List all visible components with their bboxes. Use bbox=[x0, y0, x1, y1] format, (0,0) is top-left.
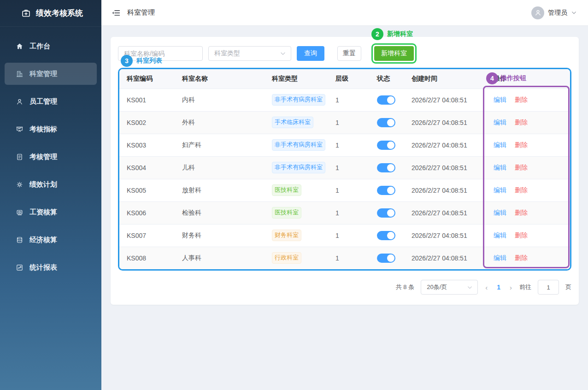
menu-fold-icon[interactable] bbox=[111, 8, 121, 18]
search-toolbar: 科室类型 查询 重置 新增科室 bbox=[118, 46, 571, 61]
status-toggle[interactable] bbox=[377, 231, 395, 240]
type-select[interactable]: 科室类型 bbox=[208, 46, 291, 61]
sidebar-item-assessment-mgmt[interactable]: 考核管理 bbox=[5, 146, 97, 168]
search-input[interactable] bbox=[118, 46, 203, 61]
department-type-tag: 非手术有病房科室 bbox=[272, 162, 325, 173]
cell-department-code: KS008 bbox=[119, 247, 175, 269]
edit-link[interactable]: 编辑 bbox=[494, 118, 506, 126]
delete-link[interactable]: 删除 bbox=[515, 96, 528, 103]
cell-status bbox=[370, 201, 404, 224]
delete-link[interactable]: 删除 bbox=[515, 231, 528, 239]
sidebar-item-employee-mgmt[interactable]: 员工管理 bbox=[5, 90, 97, 112]
table-header-row: 科室编码科室名称科室类型层级状态创建时间操作 bbox=[119, 69, 570, 89]
edit-link[interactable]: 编辑 bbox=[494, 186, 506, 194]
cell-department-type: 财务科室 bbox=[265, 224, 328, 247]
prev-page-icon[interactable]: ‹ bbox=[484, 284, 488, 291]
sidebar-item-statistic-reports[interactable]: 统计报表 bbox=[5, 256, 97, 278]
department-type-tag: 行政科室 bbox=[272, 252, 301, 264]
sidebar-item-label: 工资核算 bbox=[29, 208, 57, 217]
query-button[interactable]: 查询 bbox=[297, 46, 324, 61]
sidebar-item-label: 统计报表 bbox=[29, 263, 57, 272]
medkit-icon bbox=[21, 8, 31, 18]
status-toggle[interactable] bbox=[377, 163, 395, 172]
cell-created-time: 2026/2/27 04:08:51 bbox=[404, 156, 486, 179]
cell-department-code: KS003 bbox=[119, 134, 175, 156]
status-toggle[interactable] bbox=[377, 118, 395, 127]
cell-created-time: 2026/2/27 04:08:51 bbox=[404, 111, 486, 134]
cell-actions: 编辑删除 bbox=[486, 179, 570, 201]
home-icon bbox=[16, 42, 24, 50]
sidebar-item-label: 工作台 bbox=[29, 42, 50, 51]
sidebar-item-economic-accounting[interactable]: 经济核算 bbox=[5, 229, 97, 251]
table-row: KS003妇产科非手术有病房科室12026/2/27 04:08:51编辑删除 bbox=[119, 134, 570, 156]
cell-actions: 编辑删除 bbox=[486, 247, 570, 269]
delete-link[interactable]: 删除 bbox=[515, 141, 528, 148]
board-icon bbox=[16, 125, 24, 133]
cell-department-type: 手术临床科室 bbox=[265, 111, 328, 134]
chart-icon bbox=[16, 264, 24, 272]
status-toggle[interactable] bbox=[377, 208, 395, 218]
department-type-tag: 医技科室 bbox=[272, 184, 301, 196]
goto-label: 前往 bbox=[519, 283, 531, 291]
edit-link[interactable]: 编辑 bbox=[494, 231, 506, 239]
edit-link[interactable]: 编辑 bbox=[494, 96, 506, 103]
sidebar-item-label: 绩效计划 bbox=[29, 180, 57, 189]
column-header: 操作 bbox=[486, 69, 570, 89]
add-department-button[interactable]: 新增科室 bbox=[374, 46, 414, 61]
chevron-down-icon bbox=[280, 50, 286, 57]
cell-created-time: 2026/2/27 04:08:51 bbox=[404, 134, 486, 156]
cell-level: 1 bbox=[328, 89, 370, 111]
delete-link[interactable]: 删除 bbox=[515, 186, 528, 194]
next-page-icon[interactable]: › bbox=[509, 284, 513, 291]
cell-created-time: 2026/2/27 04:08:51 bbox=[404, 201, 486, 224]
sidebar-item-kpi-indicators[interactable]: 考核指标 bbox=[5, 118, 97, 140]
sidebar-item-workbench[interactable]: 工作台 bbox=[5, 35, 97, 57]
cell-department-type: 医技科室 bbox=[265, 179, 328, 201]
cell-department-code: KS006 bbox=[119, 201, 175, 224]
delete-link[interactable]: 删除 bbox=[515, 209, 528, 216]
cell-actions: 编辑删除 bbox=[486, 111, 570, 134]
status-toggle[interactable] bbox=[377, 186, 395, 195]
delete-link[interactable]: 删除 bbox=[515, 164, 528, 171]
cell-status bbox=[370, 179, 404, 201]
page-size-select[interactable]: 20条/页 bbox=[421, 280, 478, 295]
status-toggle[interactable] bbox=[377, 95, 395, 105]
sidebar-item-label: 员工管理 bbox=[29, 97, 57, 106]
current-page[interactable]: 1 bbox=[495, 284, 502, 291]
cell-department-type: 医技科室 bbox=[265, 201, 328, 224]
chevron-down-icon bbox=[467, 284, 473, 290]
department-card: 2 新增科室 3 科室列表 科室类型 查询 重置 新 bbox=[111, 37, 579, 305]
department-type-tag: 财务科室 bbox=[272, 230, 301, 241]
department-type-tag: 非手术有病房科室 bbox=[272, 139, 325, 151]
status-toggle[interactable] bbox=[377, 254, 395, 263]
cell-level: 1 bbox=[328, 224, 370, 247]
cell-level: 1 bbox=[328, 201, 370, 224]
cell-created-time: 2026/2/27 04:08:51 bbox=[404, 224, 486, 247]
cell-department-code: KS002 bbox=[119, 111, 175, 134]
cell-status bbox=[370, 134, 404, 156]
column-header: 创建时间 bbox=[404, 69, 486, 89]
edit-link[interactable]: 编辑 bbox=[494, 164, 506, 171]
goto-page-input[interactable] bbox=[538, 280, 559, 295]
reset-button[interactable]: 重置 bbox=[337, 46, 361, 61]
annotation-step-2: 2 新增科室 bbox=[371, 28, 413, 40]
sidebar-item-performance-plan[interactable]: 绩效计划 bbox=[5, 173, 97, 195]
delete-link[interactable]: 删除 bbox=[515, 118, 528, 126]
database-icon bbox=[16, 236, 24, 244]
add-button-annotation-outline: 新增科室 bbox=[371, 43, 417, 64]
edit-link[interactable]: 编辑 bbox=[494, 254, 506, 261]
edit-link[interactable]: 编辑 bbox=[494, 209, 506, 216]
sidebar-item-salary-accounting[interactable]: 工资核算 bbox=[5, 201, 97, 223]
edit-link[interactable]: 编辑 bbox=[494, 141, 506, 148]
main-area: 科室管理 管理员 2 新增科室 bbox=[101, 0, 588, 390]
sidebar-item-department-mgmt[interactable]: 科室管理 bbox=[5, 63, 97, 85]
printer-icon bbox=[16, 208, 24, 216]
gear-icon bbox=[16, 181, 24, 189]
sidebar-item-label: 考核指标 bbox=[29, 125, 57, 134]
delete-link[interactable]: 删除 bbox=[515, 254, 528, 261]
avatar bbox=[531, 6, 544, 19]
sidebar-item-label: 经济核算 bbox=[29, 236, 57, 244]
status-toggle[interactable] bbox=[377, 141, 395, 150]
cell-level: 1 bbox=[328, 111, 370, 134]
user-menu[interactable]: 管理员 bbox=[531, 6, 577, 19]
